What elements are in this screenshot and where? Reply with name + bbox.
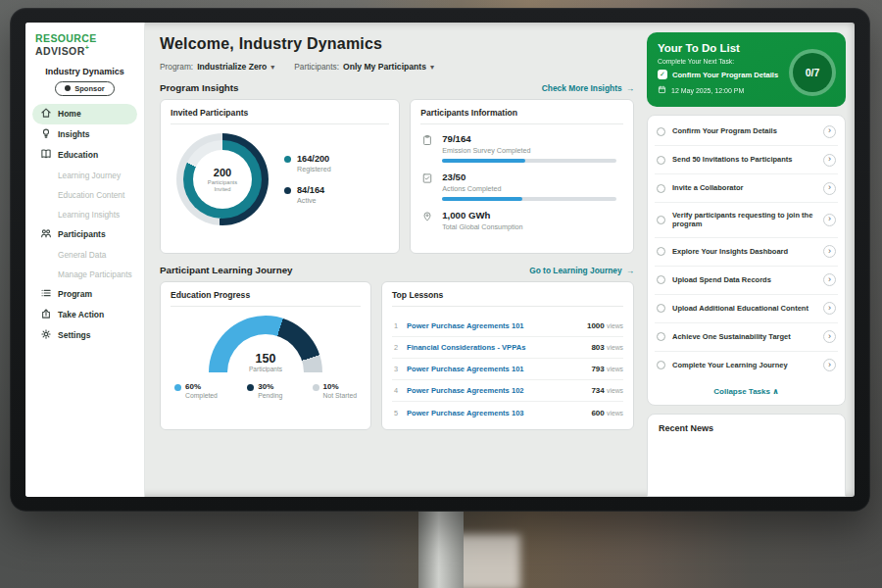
chevron-right-icon[interactable]: ›	[823, 154, 836, 167]
collapse-tasks-link[interactable]: Collapse Tasks ∧	[655, 379, 838, 403]
gauge-center: 150 Participants	[209, 352, 322, 372]
lesson-link[interactable]: Power Purchase Agreements 101	[407, 365, 584, 373]
sidebar-item-learning-journey[interactable]: Learning Journey	[32, 166, 137, 185]
insights-cards-row: Invited Participants 200 Participants In…	[160, 99, 634, 254]
location-pin-icon	[420, 210, 434, 235]
sidebar-item-education[interactable]: Education	[32, 145, 137, 166]
learning-cards-row: Education Progress 150 Participants	[160, 281, 634, 430]
sidebar-item-settings[interactable]: Settings	[32, 325, 137, 346]
sidebar-item-learning-insights[interactable]: Learning Insights	[32, 205, 137, 224]
lesson-views: 793	[591, 365, 604, 373]
lesson-link[interactable]: Power Purchase Agreements 103	[407, 409, 584, 417]
lesson-row[interactable]: 2 Financial Considerations - VPPAs 803 v…	[392, 337, 623, 359]
card-title: Education Progress	[171, 290, 361, 307]
legend-value: 84/164	[297, 185, 324, 195]
chevron-glyph: ›	[828, 361, 831, 369]
task-label: Verify participants requesting to join t…	[672, 211, 816, 230]
chevron-right-icon[interactable]: ›	[823, 273, 836, 286]
participants-information-card: Participants Information 79/164 Emission…	[410, 99, 634, 254]
task-checkbox[interactable]	[657, 184, 665, 193]
info-label: Emission Survey Completed	[442, 146, 623, 155]
task-row[interactable]: Achieve One Sustainability Target ›	[655, 323, 838, 352]
sidebar-item-take-action[interactable]: Take Action	[32, 305, 137, 325]
invited-participants-card: Invited Participants 200 Participants In…	[160, 99, 400, 254]
task-row[interactable]: Confirm Your Program Details ›	[655, 118, 838, 146]
sidebar-item-insights[interactable]: Insights	[32, 124, 137, 145]
task-row[interactable]: Invite a Collaborator ›	[655, 174, 838, 203]
chevron-right-icon[interactable]: ›	[823, 245, 836, 258]
link-label: Go to Learning Journey	[529, 266, 621, 275]
participants-filter-value: Only My Participants	[343, 62, 426, 72]
task-checkbox[interactable]	[657, 304, 665, 313]
task-checkbox[interactable]	[657, 247, 665, 256]
todo-progress-ring: 0/7	[789, 49, 836, 96]
monitor-frame: RESOURCE ADVISOR+ Industry Dynamics Spon…	[10, 8, 870, 512]
task-row[interactable]: Send 50 Invitations to Participants ›	[655, 146, 838, 174]
lesson-rank: 1	[392, 321, 400, 330]
task-checkbox[interactable]	[657, 216, 665, 224]
info-label: Actions Completed	[442, 184, 623, 193]
task-checkbox[interactable]	[657, 275, 665, 284]
sidebar-item-general-data[interactable]: General Data	[32, 245, 137, 265]
card-title: Invited Participants	[171, 108, 389, 124]
task-row[interactable]: Verify participants requesting to join t…	[655, 203, 838, 238]
sidebar-item-education-content[interactable]: Education Content	[32, 185, 137, 205]
task-row[interactable]: Upload Additional Educational Content ›	[655, 295, 838, 323]
arrow-right-icon: →	[626, 266, 634, 275]
chevron-glyph: ›	[828, 332, 831, 341]
task-checkbox[interactable]	[657, 361, 665, 369]
chevron-down-icon: ▾	[270, 63, 274, 72]
task-checkbox[interactable]	[657, 332, 665, 341]
chevron-right-icon[interactable]: ›	[823, 359, 836, 371]
emission-survey-row: 79/164 Emission Survey Completed	[420, 133, 623, 163]
chevron-right-icon[interactable]: ›	[823, 330, 836, 343]
main-content: Welcome, Industry Dynamics Program: Indu…	[145, 23, 645, 497]
task-checkbox[interactable]	[657, 156, 665, 165]
sidebar-item-home[interactable]: Home	[32, 104, 137, 124]
sidebar-item-program[interactable]: Program	[32, 284, 137, 305]
go-to-learning-journey-link[interactable]: Go to Learning Journey →	[529, 266, 634, 275]
lesson-link[interactable]: Financial Considerations - VPPAs	[407, 343, 584, 352]
task-row[interactable]: Upload Spend Data Records ›	[655, 267, 838, 295]
check-more-insights-link[interactable]: Check More Insights →	[542, 83, 634, 93]
todo-progress-count: 0/7	[806, 67, 820, 78]
sponsor-badge: Sponsor	[55, 81, 114, 96]
sponsor-label: Sponsor	[74, 84, 104, 93]
chevron-right-icon[interactable]: ›	[823, 214, 836, 226]
todo-next-task[interactable]: ✓ Confirm Your Program Details	[658, 70, 785, 79]
todo-progress-count-wrap: 0/7	[793, 53, 832, 92]
app-logo: RESOURCE ADVISOR+	[32, 32, 137, 57]
sidebar-subitem-label: Manage Participants	[58, 270, 132, 279]
legend-label: Completed	[174, 392, 218, 399]
checklist-icon	[420, 172, 434, 201]
book-icon	[40, 148, 52, 162]
page-title: Welcome, Industry Dynamics	[160, 35, 634, 53]
program-filter[interactable]: Program: Industrialize Zero ▾	[160, 62, 274, 72]
chevron-right-icon[interactable]: ›	[823, 182, 836, 195]
lesson-row[interactable]: 4 Power Purchase Agreements 102 734 view…	[392, 380, 623, 402]
recent-news-header[interactable]: Recent News	[647, 414, 846, 498]
lesson-link[interactable]: Power Purchase Agreements 102	[407, 386, 584, 395]
task-row[interactable]: Explore Your Insights Dashboard ›	[655, 238, 838, 267]
lesson-views: 803	[591, 343, 604, 352]
task-checkbox[interactable]	[657, 127, 665, 136]
registered-dot-icon	[284, 156, 291, 163]
top-lessons-card: Top Lessons 1 Power Purchase Agreements …	[381, 281, 634, 430]
chevron-right-icon[interactable]: ›	[823, 125, 836, 138]
task-row[interactable]: Complete Your Learning Journey ›	[655, 352, 838, 379]
collapse-label: Collapse Tasks	[713, 387, 770, 396]
task-label: Complete Your Learning Journey	[672, 361, 816, 370]
participants-filter[interactable]: Participants: Only My Participants ▾	[294, 62, 434, 72]
lesson-rank: 2	[392, 343, 400, 352]
lesson-row[interactable]: 1 Power Purchase Agreements 101 1000 vie…	[392, 316, 623, 337]
lesson-row[interactable]: 5 Power Purchase Agreements 103 600 view…	[392, 402, 623, 423]
participants-filter-label: Participants:	[294, 62, 339, 72]
lightbulb-icon	[40, 127, 52, 141]
lesson-link[interactable]: Power Purchase Agreements 101	[407, 321, 580, 330]
sidebar-item-participants[interactable]: Participants	[32, 224, 137, 245]
chevron-right-icon[interactable]: ›	[823, 302, 836, 315]
lesson-row[interactable]: 3 Power Purchase Agreements 101 793 view…	[392, 359, 623, 380]
active-dot-icon	[284, 187, 291, 194]
recent-news-title: Recent News	[659, 423, 713, 433]
sidebar-item-manage-participants[interactable]: Manage Participants	[32, 265, 137, 284]
